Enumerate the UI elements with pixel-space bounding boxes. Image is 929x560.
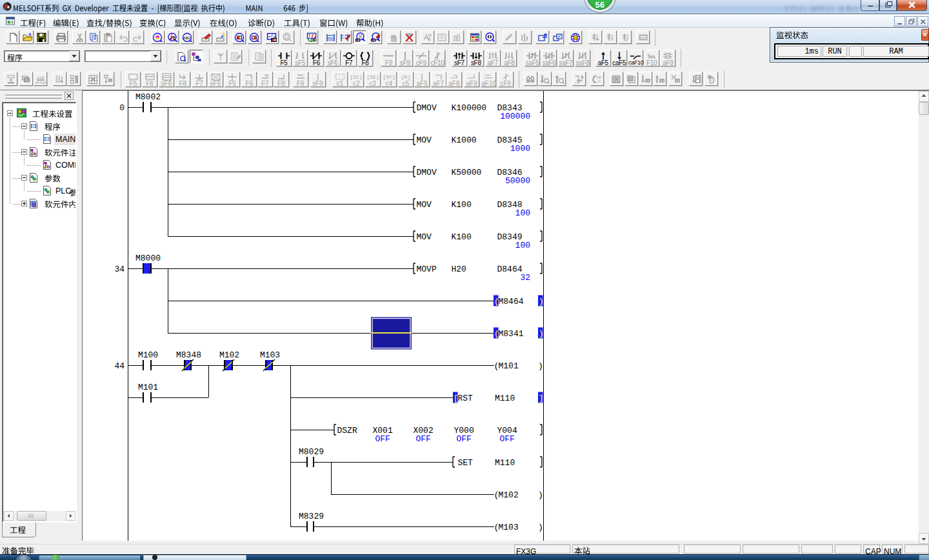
svg-text:error: error bbox=[35, 80, 46, 84]
svg-text:DMOV: DMOV bbox=[417, 103, 437, 113]
svg-text:LD: LD bbox=[312, 38, 317, 42]
svg-text:K1000: K1000 bbox=[452, 135, 477, 145]
svg-text:M110: M110 bbox=[495, 394, 515, 403]
svg-text:): ) bbox=[538, 490, 543, 500]
svg-text:K100: K100 bbox=[452, 232, 472, 242]
svg-text:M8464: M8464 bbox=[499, 297, 524, 306]
svg-text:c+0: c+0 bbox=[37, 75, 44, 79]
svg-text:K100: K100 bbox=[452, 200, 472, 210]
svg-text:K50000: K50000 bbox=[452, 168, 482, 177]
svg-text:100: 100 bbox=[515, 208, 530, 218]
svg-text:M102: M102 bbox=[219, 350, 239, 360]
svg-text:M8348: M8348 bbox=[176, 350, 201, 360]
svg-text:D8464: D8464 bbox=[497, 265, 523, 274]
svg-text:1000: 1000 bbox=[510, 144, 530, 154]
svg-text:M8341: M8341 bbox=[499, 329, 524, 339]
svg-text:50000: 50000 bbox=[505, 176, 530, 186]
svg-text:K100000: K100000 bbox=[452, 103, 487, 113]
svg-text:[ST]: [ST] bbox=[383, 74, 395, 80]
svg-text:MOV: MOV bbox=[417, 232, 432, 242]
svg-text:M8029: M8029 bbox=[299, 447, 324, 457]
svg-text:DMOV: DMOV bbox=[417, 168, 437, 177]
svg-text:M101: M101 bbox=[138, 383, 158, 392]
svg-text:]: ] bbox=[539, 394, 544, 403]
svg-text:M103: M103 bbox=[260, 350, 280, 360]
svg-text:[SE]: [SE] bbox=[366, 74, 379, 80]
svg-text:34: 34 bbox=[114, 265, 125, 274]
svg-text:S9: S9 bbox=[55, 79, 61, 84]
svg-text:0: 0 bbox=[119, 103, 125, 113]
svg-text:OFF: OFF bbox=[457, 434, 472, 444]
svg-text:H20: H20 bbox=[452, 265, 466, 274]
svg-text:M8002: M8002 bbox=[135, 92, 161, 102]
svg-text:OFF: OFF bbox=[500, 434, 515, 444]
svg-text:cn: cn bbox=[597, 79, 601, 83]
svg-text:): ) bbox=[539, 297, 544, 306]
svg-text:DSZR: DSZR bbox=[337, 426, 357, 435]
svg-text:[R]: [R] bbox=[401, 74, 410, 80]
svg-text:MOV: MOV bbox=[417, 200, 432, 210]
svg-text:MOVP: MOVP bbox=[417, 265, 437, 274]
svg-text:M103: M103 bbox=[499, 523, 519, 532]
svg-text:OFF: OFF bbox=[416, 434, 431, 444]
svg-text:[SC]: [SC] bbox=[350, 74, 363, 80]
svg-text:M102: M102 bbox=[499, 490, 519, 500]
svg-text:44: 44 bbox=[114, 361, 125, 371]
svg-text:MOV: MOV bbox=[417, 135, 432, 145]
svg-text:M8329: M8329 bbox=[299, 512, 324, 521]
svg-text:M8000: M8000 bbox=[135, 254, 161, 263]
svg-text:): ) bbox=[538, 361, 543, 371]
svg-text:SET: SET bbox=[458, 458, 474, 468]
svg-text:M110: M110 bbox=[495, 458, 515, 468]
svg-text:100000: 100000 bbox=[500, 112, 530, 121]
svg-text:M101: M101 bbox=[499, 361, 519, 371]
svg-text:M100: M100 bbox=[138, 350, 158, 360]
svg-text:OFF: OFF bbox=[375, 434, 390, 444]
svg-text:RST: RST bbox=[458, 394, 474, 403]
svg-text:): ) bbox=[538, 523, 543, 532]
svg-text:32: 32 bbox=[520, 273, 530, 283]
svg-text:): ) bbox=[539, 329, 544, 339]
svg-text:100: 100 bbox=[515, 241, 530, 250]
svg-text:ABC: ABC bbox=[183, 36, 192, 40]
